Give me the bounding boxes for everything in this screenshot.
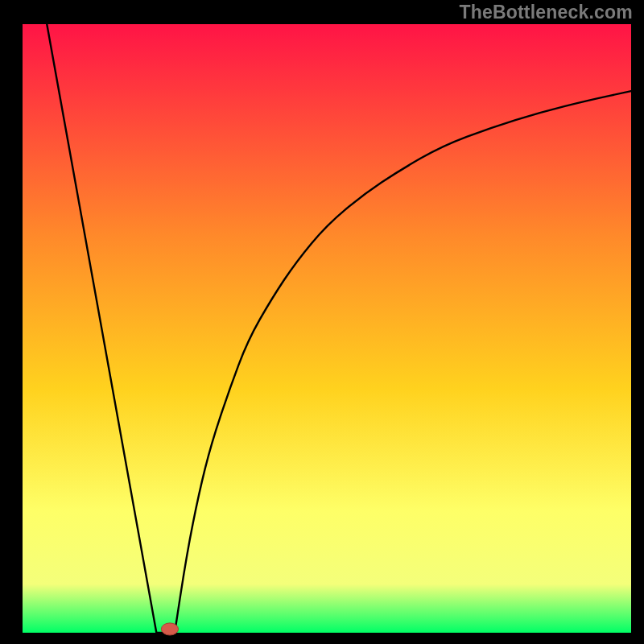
bottleneck-chart bbox=[0, 0, 644, 644]
chart-frame: TheBottleneck.com bbox=[0, 0, 644, 644]
watermark-text: TheBottleneck.com bbox=[459, 2, 633, 23]
sweet-spot-marker bbox=[161, 623, 178, 635]
gradient-background bbox=[23, 24, 631, 633]
